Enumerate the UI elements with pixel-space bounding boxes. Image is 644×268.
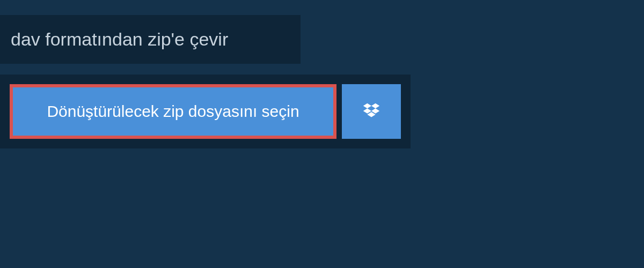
svg-marker-0 — [363, 103, 371, 109]
select-file-label: Dönüştürülecek zip dosyasını seçin — [47, 102, 299, 121]
select-file-button[interactable]: Dönüştürülecek zip dosyasını seçin — [10, 84, 336, 139]
file-selector-panel: Dönüştürülecek zip dosyasını seçin — [0, 75, 411, 148]
dropbox-button[interactable] — [342, 84, 401, 139]
page-header: dav formatından zip'e çevir — [0, 15, 301, 64]
svg-marker-2 — [363, 108, 371, 114]
page-title: dav formatından zip'e çevir — [11, 29, 228, 49]
dropbox-icon — [361, 101, 382, 122]
file-selector-row: Dönüştürülecek zip dosyasını seçin — [10, 84, 401, 139]
svg-marker-1 — [371, 103, 379, 109]
svg-marker-3 — [371, 108, 379, 114]
